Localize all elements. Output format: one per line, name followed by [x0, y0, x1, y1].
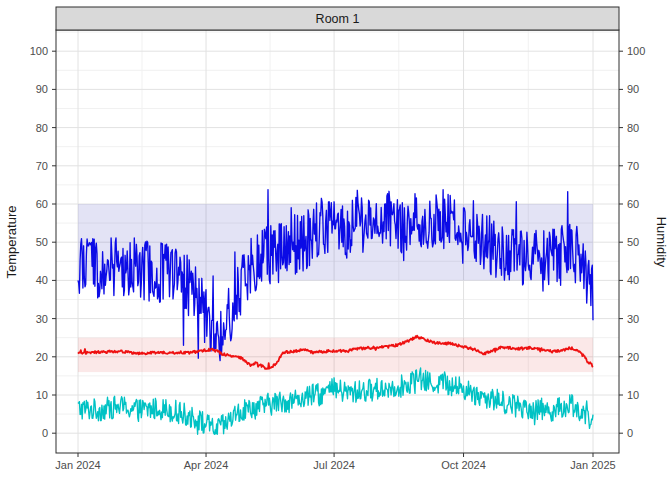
humidity-tick-label: 90 [627, 83, 639, 95]
temperature-tick-label: 100 [30, 45, 48, 57]
temperature-tick-label: 50 [36, 236, 48, 248]
temperature-tick-label: 70 [36, 160, 48, 172]
humidity-tick-label: 20 [627, 351, 639, 363]
temperature-tick-label: 40 [36, 274, 48, 286]
chart-svg: Room 1 001010202030304040505060607070808… [0, 0, 672, 480]
humidity-tick-label: 80 [627, 122, 639, 134]
humidity-tick-label: 100 [627, 45, 645, 57]
humidity-tick-label: 50 [627, 236, 639, 248]
humidity-tick-label: 60 [627, 198, 639, 210]
temperature-tick-label: 30 [36, 313, 48, 325]
temperature-target-band [78, 338, 593, 372]
temperature-tick-label: 10 [36, 389, 48, 401]
temperature-axis-title: Temperature [4, 206, 19, 279]
temperature-tick-label: 80 [36, 122, 48, 134]
date-tick-label: Apr 2024 [184, 459, 229, 471]
humidity-tick-label: 40 [627, 274, 639, 286]
humidity-tick-label: 30 [627, 313, 639, 325]
temperature-tick-label: 90 [36, 83, 48, 95]
temperature-tick-label: 0 [42, 427, 48, 439]
date-tick-label: Jul 2024 [313, 459, 355, 471]
humidity-tick-label: 10 [627, 389, 639, 401]
date-tick-label: Oct 2024 [441, 459, 486, 471]
date-tick-label: Jan 2024 [55, 459, 100, 471]
date-tick-label: Jan 2025 [570, 459, 615, 471]
facet-strip-title: Room 1 [316, 12, 360, 26]
humidity-axis-title: Humidity [654, 217, 669, 268]
temperature-tick-label: 60 [36, 198, 48, 210]
humidity-tick-label: 70 [627, 160, 639, 172]
temperature-tick-label: 20 [36, 351, 48, 363]
humidity-tick-label: 0 [627, 427, 633, 439]
facet-plot-figure: Room 1 001010202030304040505060607070808… [0, 0, 672, 480]
